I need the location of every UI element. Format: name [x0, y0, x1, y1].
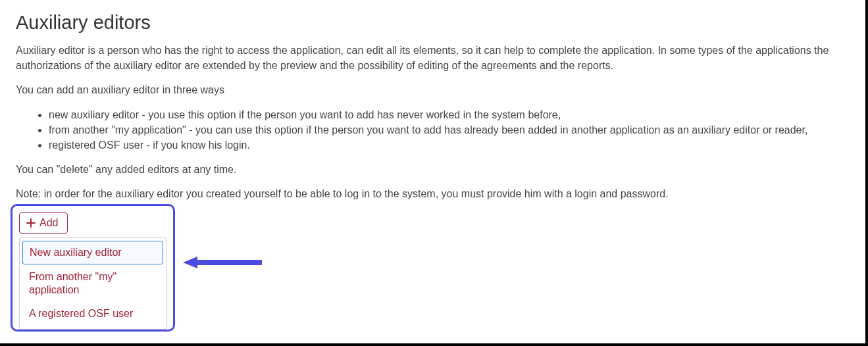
note-paragraph: Note: in order for the auxiliary editor … [16, 186, 850, 201]
add-dropdown-menu: New auxiliary editor From another "my" a… [19, 237, 166, 330]
add-button[interactable]: Add [19, 212, 68, 234]
plus-icon [26, 218, 36, 228]
menu-item-from-another-application[interactable]: From another "my" application [22, 266, 163, 301]
add-button-label: Add [39, 217, 58, 229]
ways-list: new auxiliary editor - you use this opti… [49, 107, 850, 153]
annotation-highlight-box: Add New auxiliary editor From another "m… [11, 204, 175, 332]
list-item: new auxiliary editor - you use this opti… [49, 107, 850, 122]
svg-marker-1 [183, 257, 197, 268]
list-item: from another "my application" - you can … [49, 122, 850, 137]
page-title: Auxiliary editors [16, 12, 850, 34]
delete-paragraph: You can "delete" any added editors at an… [16, 162, 850, 177]
ways-intro-paragraph: You can add an auxiliary editor in three… [16, 82, 850, 97]
list-item: registered OSF user - if you know his lo… [49, 137, 850, 153]
menu-item-new-auxiliary-editor[interactable]: New auxiliary editor [22, 241, 163, 264]
menu-item-registered-osf-user[interactable]: A registered OSF user [22, 303, 163, 325]
intro-paragraph: Auxiliary editor is a person who has the… [16, 43, 850, 73]
annotation-arrow-icon [183, 255, 262, 270]
